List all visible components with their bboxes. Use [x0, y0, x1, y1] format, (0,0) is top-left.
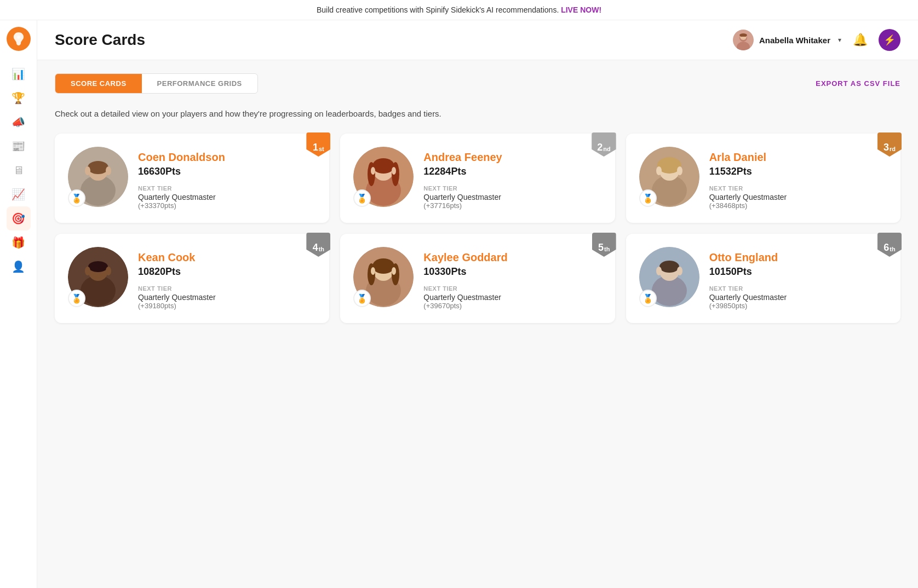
- export-csv-button[interactable]: EXPORT AS CSV FILE: [816, 79, 900, 88]
- card-info: Andrea Feeney 12284Pts NEXT TIER Quarter…: [423, 147, 601, 210]
- thunder-button[interactable]: ⚡: [879, 29, 900, 51]
- avatar-wrap: 🏅: [68, 147, 128, 207]
- sidebar-logo[interactable]: [7, 27, 31, 51]
- next-tier-label: NEXT TIER: [138, 185, 316, 192]
- sidebar-item-trophy[interactable]: 🏆: [7, 86, 31, 110]
- score-card[interactable]: 3rd 🏅 Arla Daniel 11532Pts NEXT TIER Qua…: [626, 134, 900, 223]
- svg-point-31: [88, 261, 108, 272]
- tier-badge-icon: 🏅: [639, 290, 657, 307]
- announcement-text: Build creative competitions with Spinify…: [317, 5, 559, 14]
- next-tier-pts: (+37716pts): [423, 201, 601, 210]
- sidebar-item-users[interactable]: 👤: [7, 255, 31, 279]
- sidebar: 📊🏆📣📰🖥📈🎯🎁👤: [0, 20, 37, 588]
- score-card[interactable]: 4th 🏅 Kean Cook 10820Pts NEXT TIER Quart…: [55, 234, 329, 323]
- player-name: Andrea Feeney: [423, 151, 601, 164]
- tab-performance-grids[interactable]: PERFORMANCE GRIDS: [142, 74, 257, 93]
- user-profile[interactable]: Anabella Whitaker ▾: [733, 30, 841, 50]
- next-tier-pts: (+39180pts): [138, 302, 316, 310]
- avatar-wrap: 🏅: [639, 147, 699, 207]
- svg-point-11: [88, 161, 108, 174]
- score-card[interactable]: 5th 🏅 Kaylee Goddard 10330Pts NEXT TIER …: [340, 234, 615, 323]
- next-tier-label: NEXT TIER: [709, 285, 887, 292]
- chevron-down-icon: ▾: [838, 36, 841, 44]
- next-tier-pts: (+38468pts): [709, 201, 887, 210]
- player-name: Coen Donaldson: [138, 151, 316, 164]
- tier-badge-icon: 🏅: [639, 189, 657, 207]
- main-content: Score Cards: [37, 20, 918, 588]
- next-tier-name: Quarterly Questmaster: [138, 293, 316, 302]
- svg-point-37: [372, 258, 394, 274]
- player-name: Kaylee Goddard: [423, 251, 601, 264]
- svg-point-26: [656, 166, 662, 175]
- tier-badge-icon: 🏅: [68, 290, 85, 307]
- page-title: Score Cards: [55, 31, 145, 49]
- next-tier-name: Quarterly Questmaster: [423, 293, 601, 302]
- sidebar-item-gift[interactable]: 🎁: [7, 230, 31, 255]
- header: Score Cards: [37, 20, 918, 60]
- live-now-link[interactable]: LIVE NOW!: [561, 5, 601, 14]
- announcement-bar: Build creative competitions with Spinify…: [0, 0, 918, 20]
- page-body: SCORE CARDS PERFORMANCE GRIDS EXPORT AS …: [37, 60, 918, 588]
- tier-badge-icon: 🏅: [353, 290, 371, 307]
- card-info: Kaylee Goddard 10330Pts NEXT TIER Quarte…: [423, 247, 601, 310]
- rank-number: 6: [883, 242, 889, 253]
- rank-suffix: st: [319, 146, 324, 152]
- next-tier-label: NEXT TIER: [138, 285, 316, 292]
- svg-point-0: [17, 36, 20, 39]
- card-info: Coen Donaldson 16630Pts NEXT TIER Quarte…: [138, 147, 316, 210]
- cards-grid: 1st 🏅 Coen Donaldson 16630Pts NEXT TIER …: [55, 134, 900, 323]
- player-name: Arla Daniel: [709, 151, 887, 164]
- svg-point-21: [392, 167, 396, 175]
- rank-suffix: rd: [890, 146, 896, 152]
- rank-number: 2: [597, 142, 603, 153]
- bell-icon[interactable]: 🔔: [850, 30, 870, 50]
- score-card[interactable]: 1st 🏅 Coen Donaldson 16630Pts NEXT TIER …: [55, 134, 329, 223]
- card-info: Arla Daniel 11532Pts NEXT TIER Quarterly…: [709, 147, 887, 210]
- tab-score-cards[interactable]: SCORE CARDS: [55, 74, 142, 93]
- rank-number: 3: [883, 142, 889, 153]
- player-pts: 11532Pts: [709, 166, 887, 177]
- card-info: Kean Cook 10820Pts NEXT TIER Quarterly Q…: [138, 247, 316, 310]
- next-tier-label: NEXT TIER: [709, 185, 887, 192]
- card-top: 🏅 Coen Donaldson 16630Pts NEXT TIER Quar…: [68, 147, 316, 210]
- player-pts: 10150Pts: [709, 266, 887, 278]
- svg-point-33: [106, 267, 111, 275]
- svg-point-20: [371, 167, 375, 175]
- player-name: Kean Cook: [138, 251, 316, 264]
- rank-suffix: th: [319, 246, 324, 252]
- svg-point-27: [677, 166, 682, 175]
- next-tier-name: Quarterly Questmaster: [423, 193, 601, 201]
- header-right: Anabella Whitaker ▾ 🔔 ⚡: [733, 29, 900, 51]
- sidebar-item-chart-bar[interactable]: 📊: [7, 62, 31, 86]
- score-card[interactable]: 2nd 🏅 Andrea Feeney 12284Pts NEXT TIER Q…: [340, 134, 615, 223]
- svg-point-32: [85, 267, 90, 275]
- svg-point-45: [659, 261, 679, 273]
- next-tier-name: Quarterly Questmaster: [138, 193, 316, 201]
- score-card[interactable]: 6th 🏅 Otto England 10150Pts NEXT TIER Qu…: [626, 234, 900, 323]
- user-name: Anabella Whitaker: [759, 36, 830, 45]
- svg-point-40: [371, 267, 375, 275]
- rank-number: 1: [313, 142, 318, 153]
- card-top: 🏅 Arla Daniel 11532Pts NEXT TIER Quarter…: [639, 147, 887, 210]
- avatar-wrap: 🏅: [353, 147, 414, 207]
- tier-badge-icon: 🏅: [353, 189, 371, 207]
- sidebar-item-trend[interactable]: 📈: [7, 182, 31, 206]
- svg-point-7: [739, 33, 747, 37]
- sidebar-item-scorecards[interactable]: 🎯: [7, 206, 31, 230]
- player-pts: 10330Pts: [423, 266, 601, 278]
- svg-point-17: [372, 158, 394, 174]
- rank-number: 4: [313, 242, 318, 253]
- rank-number: 5: [598, 242, 604, 253]
- rank-suffix: nd: [603, 146, 610, 152]
- player-pts: 10820Pts: [138, 266, 316, 278]
- sidebar-item-megaphone[interactable]: 📣: [7, 110, 31, 134]
- card-top: 🏅 Kaylee Goddard 10330Pts NEXT TIER Quar…: [353, 247, 601, 310]
- tier-badge-icon: 🏅: [68, 189, 85, 207]
- avatar-wrap: 🏅: [68, 247, 128, 307]
- description-text: Check out a detailed view on your player…: [55, 109, 900, 118]
- sidebar-item-tv[interactable]: 🖥: [7, 158, 31, 182]
- next-tier-label: NEXT TIER: [423, 185, 601, 192]
- sidebar-item-news[interactable]: 📰: [7, 134, 31, 158]
- next-tier-pts: (+33370pts): [138, 201, 316, 210]
- rank-suffix: th: [604, 246, 610, 252]
